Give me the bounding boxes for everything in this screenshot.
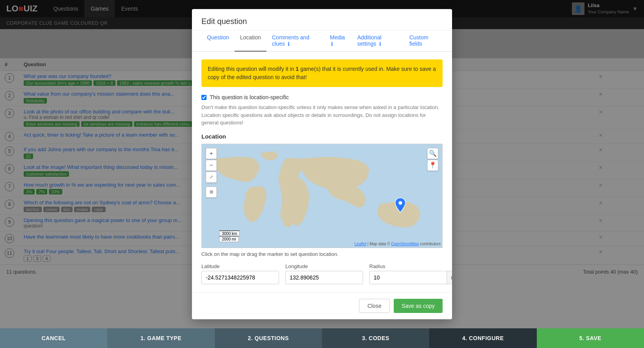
map-controls-zoom: + − ⤢ ⊞ [206,148,217,198]
wizard-step1[interactable]: 1. GAME TYPE [107,328,214,348]
search-location-button[interactable]: 🔍 [427,148,438,159]
radius-unit: m [447,271,452,284]
svg-point-1 [398,201,402,205]
location-help-text: Don't make this question location-specif… [201,104,443,127]
wizard-cancel[interactable]: CANCEL [0,328,107,348]
longitude-input-wrap [285,271,363,284]
map-scale-mi: 2000 mi [219,236,239,242]
warning-bold: 1 [296,66,299,72]
map-container[interactable]: + − ⤢ ⊞ 🔍 📍 3000 km 2000 mi Leaflet | Ma… [201,144,443,248]
modal-tabs: Question Location Comments and clues ℹ M… [192,30,452,52]
location-specific-label[interactable]: This question is location-specific [210,94,289,100]
zoom-out-button[interactable]: − [206,160,217,171]
longitude-label: Longitude [285,263,363,269]
longitude-input[interactable] [285,271,363,284]
fullscreen-button[interactable]: ⤢ [206,172,217,183]
wizard-step4[interactable]: 4. CONFIGURE [429,328,536,348]
tab-additional-settings[interactable]: Additional settings ℹ [352,30,404,52]
tab-custom-fields[interactable]: Custom fields [404,30,443,52]
wizard-step5[interactable]: 5. SAVE [537,328,644,348]
radius-input-wrap: m [369,271,452,284]
location-section-label: Location [201,133,443,140]
tab-location[interactable]: Location [235,30,266,52]
modal-footer: Close Save as copy [192,292,452,319]
radius-label: Radius [369,263,452,269]
zoom-in-button[interactable]: + [206,148,217,159]
wizard-bar: CANCEL 1. GAME TYPE 2. QUESTIONS 3. CODE… [0,328,644,348]
warning-banner: Editing this question will modify it in … [201,59,443,87]
modal-overlay: Edit question Question Location Comments… [0,0,644,328]
locate-me-button[interactable]: 📍 [427,160,438,171]
wizard-step2[interactable]: 2. QUESTIONS [215,328,322,348]
info-icon-settings: ℹ [379,41,381,47]
latitude-label: Latitude [201,263,279,269]
info-icon-media: ℹ [331,41,333,47]
edit-question-modal: Edit question Question Location Comments… [192,9,452,319]
map-attribution: Leaflet | Map data © OpenStreetMap contr… [355,242,441,246]
tab-question[interactable]: Question [201,30,235,52]
latitude-group: Latitude [201,263,279,284]
leaflet-link[interactable]: Leaflet [355,242,367,246]
tab-comments-clues[interactable]: Comments and clues ℹ [266,30,324,52]
modal-body: Editing this question will modify it in … [192,52,452,292]
map-controls-right: 🔍 📍 [427,148,438,171]
modal-title: Edit question [201,17,443,26]
map-instruction: Click on the map or drag the marker to s… [201,251,443,257]
radius-group: Radius m [369,263,452,284]
latitude-input-wrap [201,271,279,284]
warning-prefix: Editing this question will modify it in [208,66,296,72]
coords-row: Latitude Longitude Radius m [201,263,443,284]
location-specific-checkbox[interactable] [201,95,207,100]
longitude-group: Longitude [285,263,363,284]
tab-media[interactable]: Media ℹ [324,30,352,52]
osm-link[interactable]: OpenStreetMap [391,242,419,246]
radius-input[interactable] [369,271,447,284]
location-specific-row: This question is location-specific [201,94,443,100]
close-button[interactable]: Close [359,299,390,313]
latitude-input[interactable] [201,271,279,284]
save-as-copy-button[interactable]: Save as copy [394,299,443,313]
wizard-step3[interactable]: 3. CODES [322,328,429,348]
modal-header: Edit question [192,9,452,30]
layers-button[interactable]: ⊞ [206,187,217,198]
info-icon-comments: ℹ [288,41,290,47]
